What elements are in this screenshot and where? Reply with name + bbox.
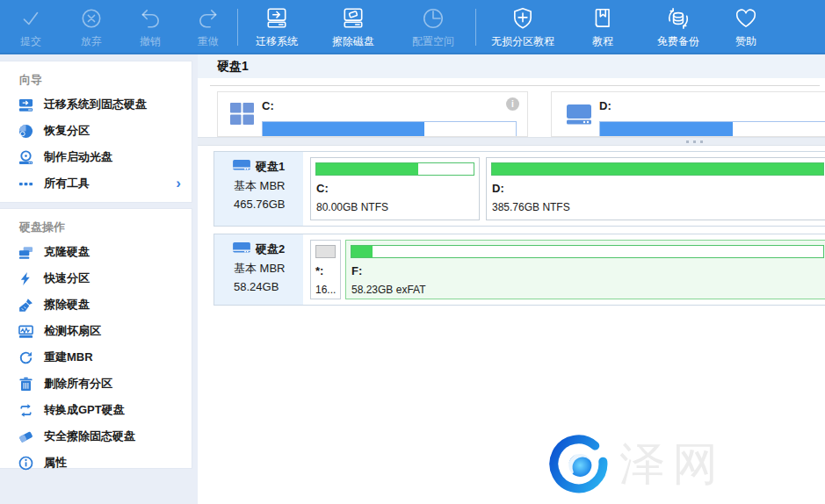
sponsor-label: 赞助 (735, 34, 756, 49)
sidebar-item-clone-disk[interactable]: 克隆硬盘 (0, 239, 192, 265)
properties-icon (18, 456, 33, 471)
delete-partitions-icon (18, 377, 33, 392)
wipe-disk-button[interactable]: 擦除磁盘 (315, 0, 391, 54)
sidebar-item-label: 克隆硬盘 (44, 244, 90, 260)
sidebar-section-wizard: 向导 迁移系统到固态硬盘 恢复分区 制作启动光盘 所有工具 › (0, 61, 192, 202)
sidebar-item-label: 制作启动光盘 (44, 149, 112, 165)
redo-label: 重做 (198, 34, 219, 49)
discard-icon (79, 5, 104, 32)
watermark-text: 泽网 (619, 434, 725, 495)
sidebar-item-delete-all-partitions[interactable]: 删除所有分区 (0, 371, 192, 397)
disk-type: 基本 MBR (225, 178, 303, 194)
free-backup-icon (666, 5, 691, 32)
volume-letter: D: (599, 99, 612, 112)
boot-disc-icon (18, 150, 33, 165)
disk-icon (232, 159, 251, 175)
undo-button[interactable]: 撤销 (121, 0, 179, 54)
redo-icon (196, 5, 221, 32)
partition-usage-fill (316, 163, 418, 175)
wipe-drive-icon (18, 298, 33, 313)
sidebar-item-label: 迁移系统到固态硬盘 (44, 97, 147, 112)
tutorial-button[interactable]: 教程 (569, 0, 636, 54)
partition-usage-bar (315, 245, 336, 258)
partition-f-selected[interactable]: F: 58.23GB exFAT (345, 240, 825, 299)
migrate-system-label: 迁移系统 (256, 34, 298, 49)
partition-usage-bar (351, 245, 824, 258)
partition-info: 16... (315, 284, 336, 296)
free-backup-button[interactable]: 免费备份 (636, 0, 720, 54)
windows-logo-icon (230, 103, 254, 125)
partition-tutorial-button[interactable]: 无损分区教程 (476, 0, 569, 54)
migrate-ssd-icon (18, 97, 33, 112)
main-area: 硬盘1 C: i D: (198, 54, 825, 504)
disk-icon (232, 241, 251, 257)
partition-c[interactable]: C: 80.00GB NTFS (310, 157, 480, 220)
disk2-info-panel[interactable]: 硬盘2 基本 MBR 58.24GB (214, 234, 303, 305)
free-backup-label: 免费备份 (657, 34, 699, 49)
partition-usage-fill (492, 163, 823, 175)
disk-row-2[interactable]: 硬盘2 基本 MBR 58.24GB *: 16... F: 58.23GB e… (213, 234, 825, 306)
partition-usage-bar (315, 162, 474, 176)
disk-tab-strip: 硬盘1 (198, 54, 825, 78)
partition-d[interactable]: D: 385.76GB NTFS (486, 157, 825, 220)
tutorial-label: 教程 (592, 34, 613, 49)
recover-partition-icon (18, 124, 33, 139)
sidebar-item-wipe-drive[interactable]: 擦除硬盘 (0, 292, 192, 318)
sponsor-icon (734, 5, 758, 32)
volume-usage-bar (262, 121, 517, 137)
sidebar-item-label: 重建MBR (44, 349, 93, 365)
sidebar-item-migrate-ssd[interactable]: 迁移系统到固态硬盘 (0, 91, 192, 118)
watermark-logo-icon (549, 434, 611, 495)
volume-card-c[interactable]: C: i (217, 91, 528, 137)
sidebar-item-properties[interactable]: 属性 (0, 450, 192, 476)
sidebar-item-convert-gpt[interactable]: 转换成GPT硬盘 (0, 397, 192, 423)
partition-tutorial-icon (510, 5, 535, 32)
partition-unlabeled[interactable]: *: 16... (310, 240, 341, 299)
convert-gpt-icon (18, 403, 33, 418)
divider (210, 85, 820, 86)
allocate-space-label: 配置空间 (412, 34, 454, 49)
sidebar-item-bad-sector[interactable]: 检测坏扇区 (0, 318, 192, 344)
sidebar-item-label: 擦除硬盘 (44, 297, 90, 313)
bad-sector-icon (18, 324, 33, 339)
partition-info: 80.00GB NTFS (316, 201, 388, 213)
volume-card-d[interactable]: D: (551, 91, 825, 137)
sidebar-item-boot-disc[interactable]: 制作启动光盘 (0, 144, 192, 170)
sidebar-item-recover-partition[interactable]: 恢复分区 (0, 118, 192, 144)
undo-icon (138, 5, 163, 32)
redo-button[interactable]: 重做 (179, 0, 237, 54)
allocate-space-icon (421, 5, 445, 32)
discard-button[interactable]: 放弃 (62, 0, 121, 54)
sidebar-header-wizard: 向导 (0, 61, 192, 91)
toolbar: 提交 放弃 撤销 重做 迁移系统 擦除磁盘 配置空间 无损分区教程 教程 免费备… (0, 0, 825, 54)
wipe-disk-icon (341, 5, 365, 32)
watermark: 泽网 (549, 434, 725, 495)
sponsor-button[interactable]: 赞助 (720, 0, 771, 54)
partition-info: 58.23GB exFAT (351, 284, 426, 296)
panel-splitter[interactable] (198, 137, 825, 146)
tutorial-icon (590, 5, 615, 32)
disk1-info-panel[interactable]: 硬盘1 基本 MBR 465.76GB (214, 152, 303, 226)
allocate-space-button[interactable]: 配置空间 (391, 0, 475, 54)
disk-name: 硬盘1 (256, 159, 285, 175)
sidebar-item-all-tools[interactable]: 所有工具 › (0, 170, 192, 197)
sidebar: 向导 迁移系统到固态硬盘 恢复分区 制作启动光盘 所有工具 › 硬盘操作 克隆硬… (0, 54, 198, 504)
sidebar-section-disk-operations: 硬盘操作 克隆硬盘 快速分区 擦除硬盘 检测坏扇区 重建MBR 删除所有分区 转… (0, 209, 192, 468)
info-icon[interactable]: i (506, 97, 519, 111)
sidebar-item-label: 恢复分区 (44, 123, 90, 139)
tab-disk1[interactable]: 硬盘1 (198, 54, 249, 77)
sidebar-item-rebuild-mbr[interactable]: 重建MBR (0, 344, 192, 371)
partition-info: 385.76GB NTFS (492, 201, 570, 213)
partition-tutorial-label: 无损分区教程 (491, 34, 554, 49)
sidebar-item-quick-partition[interactable]: 快速分区 (0, 265, 192, 292)
sidebar-item-secure-erase[interactable]: 安全擦除固态硬盘 (0, 423, 192, 450)
commit-check-icon (18, 5, 43, 32)
splitter-grip-icon (686, 140, 703, 143)
migrate-system-button[interactable]: 迁移系统 (238, 0, 315, 54)
all-tools-icon (18, 176, 33, 191)
sidebar-item-label: 删除所有分区 (44, 376, 112, 392)
commit-button[interactable]: 提交 (0, 0, 62, 54)
disk-row-1[interactable]: 硬盘1 基本 MBR 465.76GB C: 80.00GB NTFS D: 3… (213, 151, 825, 227)
volume-usage-fill (263, 122, 424, 137)
undo-label: 撤销 (140, 34, 161, 49)
